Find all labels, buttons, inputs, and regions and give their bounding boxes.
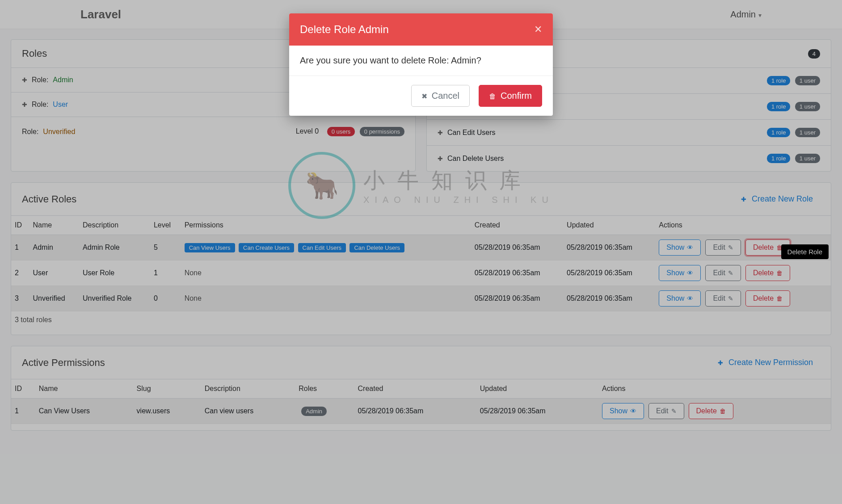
x-icon [421, 91, 427, 101]
modal-title: Delete Role Admin [300, 23, 389, 36]
cancel-button[interactable]: Cancel [411, 85, 470, 107]
trash-icon [489, 91, 496, 101]
confirm-delete-modal: Delete Role Admin ✕ Are you sure you wan… [289, 13, 553, 116]
confirm-button[interactable]: Confirm [479, 85, 542, 107]
modal-body: Are you sure you want to delete Role: Ad… [289, 46, 553, 76]
close-icon[interactable]: ✕ [534, 24, 542, 35]
